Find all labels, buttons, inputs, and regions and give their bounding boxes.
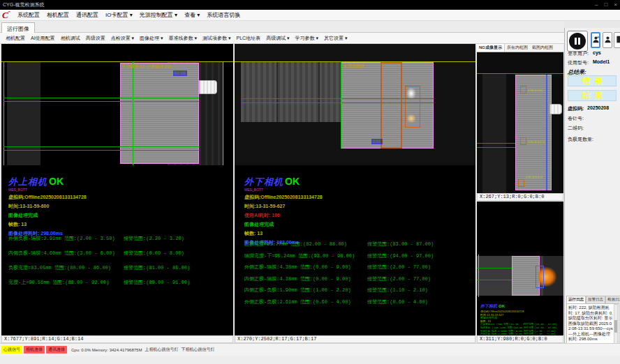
window-controls: – □ × bbox=[595, 0, 617, 10]
coord-bar-preview-lower: X:311;Y:980;R:0;G:0;B:0 bbox=[477, 335, 563, 343]
measurement-value: 内侧负极-隔膜:4.60mm 范围:(3.00 - 6.00) bbox=[8, 250, 124, 264]
menu-item-6[interactable]: 查看 ▾ bbox=[181, 10, 203, 20]
pin-number-label: 卷针号: bbox=[568, 115, 584, 122]
tab-run-image[interactable]: 运行图像 bbox=[1, 22, 35, 33]
pause-icon bbox=[569, 33, 586, 50]
camera-image-lower-outer[interactable]: AI启用阈值 2.61 bbox=[235, 44, 475, 165]
green-measure-line bbox=[477, 143, 515, 144]
preview-tab-1[interactable]: NG成像显示 bbox=[477, 44, 505, 52]
green-measure-line bbox=[477, 268, 512, 268]
green-measure-line bbox=[3, 146, 199, 147]
side-panel: 登录用户: cys 使用型号: Model1 总结果: 结果 结果 虚拟码: 2… bbox=[564, 28, 620, 356]
measurement-value: 外侧负极-隔膜:2.91mm 范围:(2.00 - 3.50) bbox=[8, 235, 124, 250]
ai-detect-box bbox=[381, 62, 402, 149]
toolbar-item-12[interactable]: 其它设置 ▾ bbox=[321, 33, 350, 43]
time-line: 时间:13-31-59-600 bbox=[8, 203, 230, 210]
mini-result-block: 外下相机OK 虚拟码:Offline20250208133134728 时间:1… bbox=[480, 298, 563, 335]
toolbar-item-2[interactable]: AI使用配置 bbox=[28, 33, 58, 43]
ai-time-line: 使用AI耗时: 106 bbox=[244, 212, 473, 219]
preview-tabs: NG成像显示所有内框图截图内框图 bbox=[477, 44, 563, 52]
log-tabs: 运行日志报警日志检测日志 bbox=[566, 296, 619, 303]
user-button[interactable] bbox=[603, 32, 612, 48]
frame-line: 帧数: 13 bbox=[244, 230, 473, 237]
camera-image-upper-outer[interactable]: 手动阈值:93, 砂浆阈值:100 R1.88 bbox=[1, 44, 233, 165]
threshold-overlay-text: AI启用阈值 bbox=[344, 63, 364, 70]
lower-measure-row-2: 隔膜宽度-下=95.24mm 范围:(93.00 - 98.00)报警范围:(9… bbox=[244, 252, 474, 264]
log-tab-3[interactable]: 检测日志 bbox=[605, 296, 620, 303]
toolbar-item-1[interactable]: 相机配置 bbox=[3, 33, 28, 43]
menu-item-7[interactable]: 系统语言切换 bbox=[203, 10, 244, 20]
login-user-label: 登录用户: bbox=[568, 50, 589, 57]
menu-item-2[interactable]: 相机配置 bbox=[43, 10, 73, 20]
barcode-label: 虚拟码: bbox=[568, 105, 584, 112]
toolbar-item-7[interactable]: 基准线参数 ▾ bbox=[166, 33, 200, 43]
toolbar-item-3[interactable]: 相机调试 bbox=[58, 33, 83, 43]
preview-tab-2[interactable]: 所有内框图 bbox=[505, 44, 530, 52]
alarm-range: 报警范围:(83.00 - 87.00) bbox=[367, 241, 434, 252]
model-value: Model1 bbox=[593, 59, 610, 64]
menu-item-3[interactable]: 通讯配置 bbox=[73, 10, 102, 20]
log-tab-2[interactable]: 报警日志 bbox=[586, 296, 605, 303]
brand-logo-icon: Ƈ bbox=[2, 10, 12, 20]
defect-box bbox=[520, 86, 526, 93]
coord-bar-lower: X:270;Y:2502;R:17;G:17;B:17 bbox=[235, 335, 475, 343]
menu-item-5[interactable]: 光源控制配置 ▾ bbox=[136, 10, 181, 20]
tab-strip: 运行图像 bbox=[0, 21, 564, 33]
result-ok-text: OK bbox=[49, 176, 64, 187]
defect-box bbox=[520, 137, 526, 145]
user-badge-icon bbox=[592, 34, 600, 47]
preview-image-lower[interactable] bbox=[477, 202, 563, 298]
camera-title: 外下相机 bbox=[244, 176, 283, 188]
camera-title: 外上相机 bbox=[8, 176, 47, 188]
cpu-memory-text: Cpu: 0.0% Memory: 3424.41796875M bbox=[71, 348, 142, 352]
preview-image-ng[interactable]: 4.38 (0-9.0) 1.90 (1.0-2.2) 2.61 (0.6-4.… bbox=[477, 52, 563, 193]
menu-item-1[interactable]: 系统配置 bbox=[14, 10, 43, 20]
alarm-range: 报警范围:(89.00 - 91.00) bbox=[124, 279, 190, 294]
status-badges: 心跳信号相机连接通讯连接 bbox=[1, 346, 68, 354]
toolbar-item-4[interactable]: 高级设置 bbox=[83, 33, 108, 43]
toolbar-item-8[interactable]: 测试项参数 ▾ bbox=[200, 33, 233, 43]
operator-login-button[interactable] bbox=[591, 32, 600, 48]
minimize-button[interactable]: – bbox=[595, 0, 598, 10]
log-tab-1[interactable]: 运行日志 bbox=[566, 296, 586, 303]
alarm-range: 报警范围:(1.10 - 2.10) bbox=[367, 287, 428, 298]
exit-button[interactable] bbox=[614, 32, 620, 48]
upper-camera-heartbeat-label: 上相机心跳信号灯 bbox=[145, 347, 178, 353]
toolbar-item-10[interactable]: 高级调试 ▾ bbox=[263, 33, 292, 43]
yellow-guide-line bbox=[478, 255, 479, 297]
status-badge-3: 通讯连接 bbox=[46, 346, 67, 354]
camera-panel-lower-outer: AI启用阈值 2.61 外下相机OK MES_BOTT 虚拟码:Offline2… bbox=[235, 44, 475, 335]
preview-tab-3[interactable]: 截图内框图 bbox=[530, 44, 555, 52]
alarm-range: 报警范围:(2.00 - 77.00) bbox=[367, 264, 431, 275]
toolbar-item-11[interactable]: 学习参数 ▾ bbox=[293, 33, 321, 43]
negative-count-label: 负极尾数量: bbox=[568, 136, 593, 143]
measurement-rows-lower: 正极宽度=83.77mm 范围:(82.00 - 88.00)报警范围:(83.… bbox=[244, 241, 474, 310]
alarm-range: 报警范围:(2.20 - 3.20) bbox=[124, 235, 184, 250]
toolbar-item-5[interactable]: 点检设置 ▾ bbox=[108, 33, 137, 43]
green-measure-line bbox=[477, 280, 512, 280]
toolbar-item-9[interactable]: PLC地址表 bbox=[234, 33, 264, 43]
preview-panel-ng: NG成像显示所有内框图截图内框图 4.38 (0-9.0) 1.90 (1.0-… bbox=[477, 44, 563, 193]
toolbar-item-6[interactable]: 图像处理 ▾ bbox=[137, 33, 165, 43]
pause-button[interactable] bbox=[567, 31, 588, 52]
log-scrollbar-thumb[interactable] bbox=[614, 320, 617, 333]
measurement-value: 内侧正极-隔膜:4.38mm 范围:(0.00 - 9.00) bbox=[244, 275, 367, 287]
measurement-value: 外侧正极-隔膜:4.38mm 范围:(0.00 - 9.00) bbox=[244, 264, 367, 275]
window-footer bbox=[0, 356, 620, 364]
upper-measure-row-1: 外侧负极-隔膜:2.91mm 范围:(2.00 - 3.50)报警范围:(2.2… bbox=[8, 235, 232, 250]
status-bar: 心跳信号相机连接通讯连接 Cpu: 0.0% Memory: 3424.4179… bbox=[0, 343, 620, 356]
result-ok-text: OK bbox=[285, 176, 300, 187]
image-band bbox=[276, 62, 278, 122]
alarm-range: 报警范围:(2.00 - 77.00) bbox=[367, 275, 431, 287]
result-box-lower: 结果 bbox=[568, 90, 617, 101]
lower-measure-row-1: 正极宽度=83.77mm 范围:(82.00 - 88.00)报警范围:(83.… bbox=[244, 241, 474, 252]
defect-box bbox=[518, 179, 524, 187]
green-measure-line bbox=[133, 61, 133, 165]
menu-item-4[interactable]: IO卡配置 ▾ bbox=[102, 10, 136, 20]
yellow-guide-line bbox=[223, 61, 223, 165]
maximize-button[interactable]: □ bbox=[604, 0, 607, 10]
status-badge-1: 心跳信号 bbox=[1, 346, 22, 354]
measurement-value: 负极宽度=83.05mm 范围:(80.00 - 86.00) bbox=[8, 264, 124, 279]
window-title: CYG-视觉检测系统 bbox=[3, 2, 45, 7]
close-button[interactable]: × bbox=[614, 0, 617, 10]
